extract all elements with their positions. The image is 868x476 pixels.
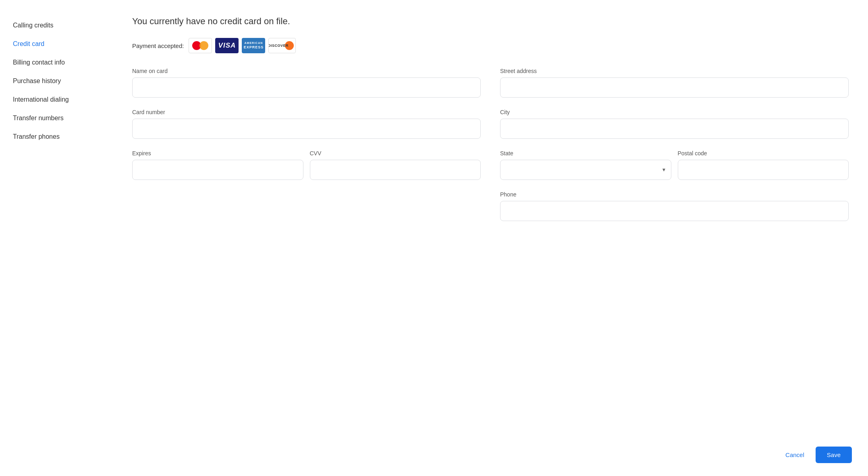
name-on-card-label: Name on card (132, 68, 481, 74)
street-address-input[interactable] (500, 77, 849, 98)
main-content: You currently have no credit card on fil… (113, 0, 868, 476)
credit-card-form: Name on card Card number Expires CVV (132, 68, 849, 232)
page-title: You currently have no credit card on fil… (132, 16, 849, 27)
card-number-label: Card number (132, 109, 481, 115)
sidebar-item-international-dialing[interactable]: International dialing (10, 90, 103, 109)
street-address-row: Street address (500, 68, 849, 98)
amex-logo: AMERICAN EXPRESS (242, 38, 265, 53)
phone-label: Phone (500, 191, 849, 198)
city-row: City (500, 109, 849, 139)
street-address-label: Street address (500, 68, 849, 74)
sidebar-item-billing-contact-info[interactable]: Billing contact info (10, 53, 103, 72)
expires-cvv-row: Expires CVV (132, 150, 481, 191)
cvv-input[interactable] (310, 160, 481, 180)
phone-input[interactable] (500, 201, 849, 221)
sidebar-item-transfer-phones[interactable]: Transfer phones (10, 127, 103, 146)
state-postal-row: State ▼ Postal code (500, 150, 849, 191)
name-on-card-row: Name on card (132, 68, 481, 98)
mastercard-logo (189, 38, 212, 53)
visa-logo: VISA (215, 38, 239, 53)
footer-actions: Cancel Save (779, 447, 852, 463)
form-col-right: Street address City State ▼ (500, 68, 849, 232)
sidebar: Calling credits Credit card Billing cont… (0, 0, 113, 476)
city-label: City (500, 109, 849, 115)
sidebar-item-transfer-numbers[interactable]: Transfer numbers (10, 109, 103, 127)
city-input[interactable] (500, 119, 849, 139)
postal-code-row: Postal code (678, 150, 849, 180)
cancel-button[interactable]: Cancel (779, 447, 811, 462)
sidebar-item-calling-credits[interactable]: Calling credits (10, 16, 103, 35)
name-on-card-input[interactable] (132, 77, 481, 98)
expires-row: Expires (132, 150, 303, 180)
discover-logo: DISCOVER (268, 38, 296, 53)
sidebar-item-credit-card[interactable]: Credit card (10, 35, 103, 53)
state-label: State (500, 150, 671, 157)
state-select-wrapper: ▼ (500, 160, 671, 180)
sidebar-item-purchase-history[interactable]: Purchase history (10, 72, 103, 90)
payment-accepted-row: Payment accepted: VISA AMERICAN EXPRESS … (132, 38, 849, 53)
state-row: State ▼ (500, 150, 671, 180)
expires-label: Expires (132, 150, 303, 157)
form-col-left: Name on card Card number Expires CVV (132, 68, 481, 232)
postal-code-input[interactable] (678, 160, 849, 180)
cvv-label: CVV (310, 150, 481, 157)
cvv-row: CVV (310, 150, 481, 180)
state-select[interactable] (500, 160, 671, 180)
expires-input[interactable] (132, 160, 303, 180)
payment-accepted-label: Payment accepted: (132, 42, 184, 49)
card-number-row: Card number (132, 109, 481, 139)
postal-code-label: Postal code (678, 150, 849, 157)
save-button[interactable]: Save (816, 447, 852, 463)
card-number-input[interactable] (132, 119, 481, 139)
phone-row: Phone (500, 191, 849, 221)
